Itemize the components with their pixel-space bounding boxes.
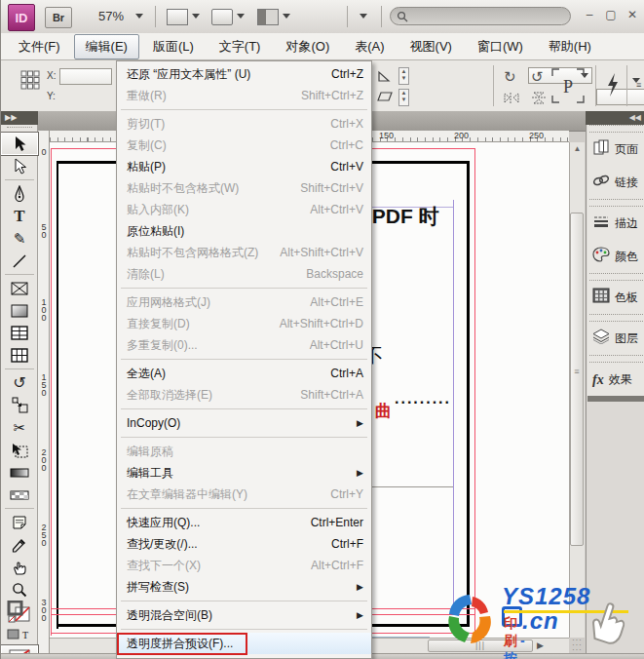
dock-panel-swatches[interactable]: 色板	[587, 281, 644, 314]
screen-mode-icon[interactable]	[211, 9, 233, 25]
menu-item-0[interactable]: 还原 “应用文本属性” (U)Ctrl+Z	[117, 63, 371, 85]
pen-tool[interactable]	[1, 182, 38, 205]
pencil-tool[interactable]: ✎	[1, 227, 38, 250]
menu-item-28[interactable]: 拼写检查(S)▶	[117, 576, 371, 598]
arrange-documents-caret[interactable]	[283, 14, 290, 19]
menu-item-7[interactable]: 贴入内部(K)Alt+Ctrl+V	[117, 199, 371, 220]
menu-item-13[interactable]: 直接复制(D)Alt+Shift+Ctrl+D	[117, 313, 371, 334]
menu-separator	[117, 598, 371, 604]
menubar-item-5[interactable]: 表(A)	[343, 34, 396, 59]
note-tool[interactable]	[1, 511, 38, 533]
formatting-toggle[interactable]: T	[1, 623, 38, 645]
menubar-item-0[interactable]: 文件(F)	[7, 34, 72, 59]
menu-item-22[interactable]: 编辑工具▶	[117, 462, 371, 484]
menubar-item-3[interactable]: 文字(T)	[208, 34, 273, 59]
menu-item-5[interactable]: 粘贴(P)Ctrl+V	[117, 156, 371, 177]
rotation-stepper[interactable]: ▲▼	[398, 67, 409, 85]
menu-item-23[interactable]: 在文章编辑器中编辑(Y)Ctrl+Y	[117, 484, 371, 505]
menu-item-6[interactable]: 粘贴时不包含格式(W)Shift+Ctrl+V	[117, 177, 371, 199]
tools-panel-header[interactable]: ▶▶	[1, 111, 38, 125]
gradient-feather-tool[interactable]	[1, 484, 38, 506]
menu-item-14[interactable]: 多重复制(0)...Alt+Ctrl+U	[117, 334, 371, 356]
menu-item-17[interactable]: 全部取消选择(E)Shift+Ctrl+A	[117, 384, 371, 406]
paragraph-reference-icon: P	[550, 66, 586, 105]
eyedropper-tool[interactable]	[1, 533, 38, 556]
menubar-item-1[interactable]: 编辑(E)	[74, 34, 139, 59]
view-options-icon[interactable]	[167, 9, 188, 25]
search-input[interactable]	[390, 7, 571, 25]
menu-item-19[interactable]: InCopy(O)▶	[117, 412, 371, 434]
toolbar-divider	[347, 6, 348, 27]
menu-item-9[interactable]: 粘贴时不包含网格格式(Z)Alt+Shift+Ctrl+V	[117, 242, 371, 263]
close-button[interactable]: ✕	[625, 9, 640, 22]
workspace-caret[interactable]	[360, 14, 367, 19]
minimize-button[interactable]: –	[582, 9, 597, 22]
menu-item-10[interactable]: 清除(L)Backspace	[117, 263, 371, 285]
rotate-ccw-icon[interactable]: ↺	[531, 68, 544, 86]
scroll-up-arrow[interactable]: ▲	[570, 142, 585, 155]
menu-item-16[interactable]: 全选(A)Ctrl+A	[117, 363, 371, 384]
menubar-item-7[interactable]: 窗口(W)	[466, 34, 535, 59]
horizontal-grid-tool[interactable]	[1, 322, 38, 344]
menu-item-25[interactable]: 快速应用(Q)...Ctrl+Enter	[117, 512, 371, 533]
shear-stepper[interactable]: ▲▼	[398, 89, 409, 106]
direct-selection-tool[interactable]	[1, 155, 38, 177]
dock-group-grip[interactable]	[589, 314, 643, 322]
rectangle-tool[interactable]	[1, 299, 38, 322]
menubar-item-4[interactable]: 对象(O)	[274, 34, 341, 59]
menu-item-12[interactable]: 应用网格格式(J)Alt+Ctrl+E	[117, 291, 371, 313]
h-ruler-label: 250	[529, 131, 544, 140]
menu-item-27[interactable]: 查找下一个(X)Alt+Ctrl+F	[117, 555, 371, 576]
rotate-tool[interactable]: ↺	[1, 371, 38, 394]
maximize-button[interactable]: ▢	[603, 9, 619, 22]
dock-panel-layers[interactable]: 图层	[587, 322, 644, 355]
view-options-caret[interactable]	[192, 14, 200, 19]
dock-panel-links[interactable]: 链接	[587, 166, 644, 199]
scroll-right-arrow[interactable]: ▶	[537, 640, 544, 650]
panel-menu-icon[interactable]: ≡	[636, 80, 641, 90]
zoom-tool[interactable]	[1, 578, 38, 601]
dock-group-grip[interactable]	[589, 125, 643, 133]
dock-panel-stroke[interactable]: 描边	[587, 207, 644, 240]
vertical-scrollbar-thumb[interactable]: ≡	[570, 213, 584, 546]
bridge-button[interactable]: Br	[45, 7, 72, 28]
menu-item-30[interactable]: 透明混合空间(B)▶	[117, 604, 371, 626]
menu-item-1[interactable]: 重做(R)Shift+Ctrl+Z	[117, 85, 371, 106]
vertical-grid-tool[interactable]	[1, 344, 38, 367]
scissors-tool[interactable]: ✂	[1, 416, 38, 439]
line-tool[interactable]	[1, 250, 38, 272]
menubar-item-2[interactable]: 版面(L)	[141, 34, 206, 59]
reference-point-proxy-icon[interactable]	[20, 70, 40, 90]
x-coordinate-field[interactable]	[59, 68, 112, 85]
zoom-dropdown-caret[interactable]	[135, 14, 143, 19]
scale-tool[interactable]	[1, 394, 38, 416]
menu-item-8[interactable]: 原位粘贴(I)	[117, 220, 371, 242]
arrange-documents-icon[interactable]	[257, 9, 279, 25]
selection-tool[interactable]	[1, 133, 38, 155]
menu-item-26[interactable]: 查找/更改(/)...Ctrl+F	[117, 533, 371, 555]
dock-panel-pages[interactable]: 页面	[587, 133, 644, 166]
menubar-item-8[interactable]: 帮助(H)	[537, 34, 603, 59]
position-tool[interactable]	[1, 439, 38, 461]
dock-group-grip[interactable]	[589, 199, 643, 207]
dock-panel-fx[interactable]: fx效果	[587, 363, 644, 396]
menu-item-4[interactable]: 复制(C)Ctrl+C	[117, 135, 371, 156]
zoom-level-value[interactable]: 57%	[98, 9, 124, 23]
screen-mode-caret[interactable]	[237, 14, 245, 19]
menu-item-21[interactable]: 编辑原稿	[117, 441, 371, 462]
dock-collapse-header[interactable]: ◀◀	[586, 111, 644, 125]
menu-item-3[interactable]: 剪切(T)Ctrl+X	[117, 113, 371, 135]
dock-group-grip[interactable]	[589, 355, 643, 363]
rotate-cw-icon[interactable]: ↻	[504, 68, 516, 86]
flip-vertical-icon[interactable]	[531, 92, 547, 104]
frame-tool[interactable]	[1, 277, 38, 299]
dock-panel-color[interactable]: 颜色	[587, 240, 644, 273]
gradient-swatch-tool[interactable]	[1, 461, 38, 484]
type-tool[interactable]: T	[1, 205, 38, 227]
flip-horizontal-icon[interactable]	[504, 92, 519, 104]
dock-group-grip[interactable]	[589, 273, 643, 281]
fill-stroke-swatches[interactable]	[1, 601, 38, 623]
menubar-item-6[interactable]: 视图(V)	[398, 34, 464, 59]
quick-apply-lightning-icon[interactable]	[605, 72, 621, 97]
hand-tool[interactable]	[1, 556, 38, 578]
